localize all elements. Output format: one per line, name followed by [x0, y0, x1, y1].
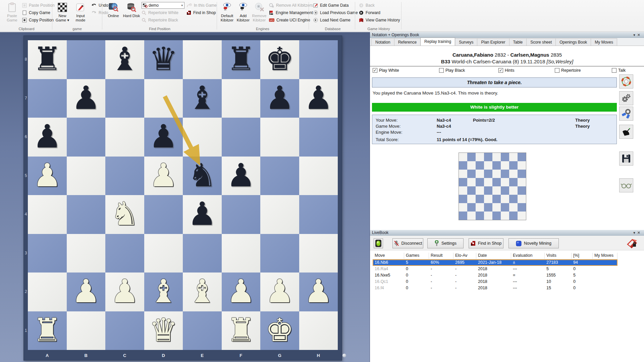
tab-replay-training[interactable]: Replay training	[420, 38, 455, 46]
checkbox-talk[interactable]: ✓ Talk	[612, 68, 626, 73]
black-pawn-g7[interactable]: ♟	[260, 79, 299, 118]
col-result[interactable]: Result	[431, 253, 442, 258]
col-evaluation[interactable]: Evaluation	[513, 253, 532, 258]
white-bishop-e2[interactable]: ♝	[183, 273, 222, 311]
livebook-row[interactable]: 16.Ra40--2018---50	[373, 266, 618, 272]
black-bishop-e7[interactable]: ♝	[183, 79, 222, 118]
view-game-history-item[interactable]: View Game History	[359, 17, 400, 23]
checkbox-repertoire[interactable]: ✓ Repertoire	[555, 68, 581, 73]
white-rook-a1[interactable]: ♜	[28, 311, 67, 350]
load-next-game-item[interactable]: Load Next Game	[313, 17, 351, 23]
white-pawn-b2[interactable]: ♟	[67, 273, 106, 311]
white-knight-c4[interactable]: ♞	[105, 195, 144, 234]
square-c6[interactable]	[105, 118, 144, 157]
tab-openings-book[interactable]: Openings Book	[555, 38, 591, 46]
tab-my-moves[interactable]: My Moves	[591, 38, 617, 46]
square-a3[interactable]	[28, 234, 67, 273]
load-previous-game-item[interactable]: Load Previous Game	[313, 9, 358, 16]
panel-close-icon[interactable]: ✕	[637, 33, 642, 37]
create-uci-engine-item[interactable]: UCI Create UCI Engine	[269, 17, 310, 23]
col-move[interactable]: Move	[375, 253, 385, 258]
help-button[interactable]	[619, 74, 633, 88]
square-e8[interactable]	[183, 40, 222, 79]
col-games[interactable]: Games	[406, 253, 419, 258]
paste-game-button[interactable]: Paste Game	[3, 2, 21, 24]
copy-game-item[interactable]: Copy Game	[22, 9, 50, 16]
tab-surveys[interactable]: Surveys	[455, 38, 477, 46]
repertoire-black-item[interactable]: Repertoire Black	[142, 17, 178, 23]
online-button[interactable]: Online	[105, 2, 122, 24]
square-d3[interactable]	[144, 234, 183, 273]
square-h8[interactable]	[299, 40, 338, 79]
square-a7[interactable]	[28, 79, 67, 118]
black-rook-f8[interactable]: ♜	[222, 40, 261, 79]
white-rook-f1[interactable]: ♜	[222, 311, 261, 350]
forward-item[interactable]: Forward	[359, 9, 380, 16]
remove-kibitzer-button[interactable]: Remove Kibitzer	[251, 2, 268, 24]
black-king-g8[interactable]: ♚	[260, 40, 299, 79]
livebook-row[interactable]: 16.Qc10--2018---100	[373, 279, 618, 285]
checkbox-play-black[interactable]: ✓ Play Black	[439, 68, 465, 73]
panel-collapse-icon[interactable]: ▾	[633, 33, 637, 37]
tab-plan-explorer[interactable]: Plan Explorer	[477, 38, 509, 46]
white-bishop-d2[interactable]: ♝	[144, 273, 183, 311]
black-queen-d8[interactable]: ♛	[144, 40, 183, 79]
save-button[interactable]	[619, 152, 633, 166]
black-pawn-h7[interactable]: ♟	[299, 79, 338, 118]
black-bishop-c8[interactable]: ♝	[105, 40, 144, 79]
find-in-shop-item[interactable]: Find in Shop	[186, 9, 216, 16]
square-d7[interactable]	[144, 79, 183, 118]
black-pawn-f5[interactable]: ♟	[222, 157, 261, 195]
square-b6[interactable]	[67, 118, 106, 157]
square-h3[interactable]	[299, 234, 338, 273]
broadcast-button[interactable]	[619, 125, 633, 139]
livebook-row[interactable]: 16.f40--2018---150	[373, 285, 618, 291]
connection-status-button[interactable]	[374, 238, 383, 248]
square-h4[interactable]	[299, 195, 338, 234]
tab-reference[interactable]: Reference	[394, 38, 421, 46]
new-game-button[interactable]: New Game ▾	[54, 2, 71, 24]
col-pct[interactable]: [%]	[573, 253, 579, 258]
col-date[interactable]: Date	[478, 253, 487, 258]
square-c1[interactable]	[105, 311, 144, 350]
white-queen-d1[interactable]: ♛	[144, 311, 183, 350]
white-pawn-a5[interactable]: ♟	[28, 157, 67, 195]
square-e1[interactable]	[183, 311, 222, 350]
black-pawn-d6[interactable]: ♟	[144, 118, 183, 157]
engine-settings-button[interactable]	[619, 91, 633, 105]
square-b4[interactable]	[67, 195, 106, 234]
paste-position-item[interactable]: Paste Position	[22, 2, 55, 9]
square-d4[interactable]	[144, 195, 183, 234]
white-king-g1[interactable]: ♚	[260, 311, 299, 350]
square-c3[interactable]	[105, 234, 144, 273]
tab-table[interactable]: Table	[509, 38, 527, 46]
default-kibitzer-button[interactable]: Default Kibitzer	[219, 2, 235, 24]
square-a4[interactable]	[28, 195, 67, 234]
square-f6[interactable]	[222, 118, 261, 157]
livebook-titlebar[interactable]: LiveBook ▾✕	[370, 230, 644, 236]
copy-position-item[interactable]: Copy Position	[22, 17, 54, 23]
col-elo-av[interactable]: Elo-Av	[455, 253, 468, 258]
square-e3[interactable]	[183, 234, 222, 273]
square-c7[interactable]	[105, 79, 144, 118]
square-g6[interactable]	[260, 118, 299, 157]
disconnect-button[interactable]: Disconnect	[392, 238, 423, 248]
square-g3[interactable]	[260, 234, 299, 273]
white-pawn-f2[interactable]: ♟	[222, 273, 261, 311]
black-rook-a8[interactable]: ♜	[28, 40, 67, 79]
col-visits[interactable]: Visits	[546, 253, 556, 258]
tab-score-sheet[interactable]: Score sheet	[526, 38, 556, 46]
novelty-mining-button[interactable]: Novelty Mining	[508, 238, 559, 248]
square-f3[interactable]	[222, 234, 261, 273]
square-f4[interactable]	[222, 195, 261, 234]
find-in-shop-button[interactable]: Find in Shop	[469, 238, 503, 248]
engine-management-item[interactable]: Engine Management	[269, 9, 313, 16]
square-a2[interactable]	[28, 273, 67, 311]
col-my-moves[interactable]: My Moves	[594, 253, 613, 258]
square-b1[interactable]	[67, 311, 106, 350]
notation-panel-titlebar[interactable]: Notation + Openings Book ▾✕	[370, 32, 644, 38]
square-c5[interactable]	[105, 157, 144, 195]
training-button[interactable]	[619, 107, 633, 121]
white-pawn-g2[interactable]: ♟	[260, 273, 299, 311]
search-dropdown[interactable]: demo ▾	[142, 2, 184, 9]
